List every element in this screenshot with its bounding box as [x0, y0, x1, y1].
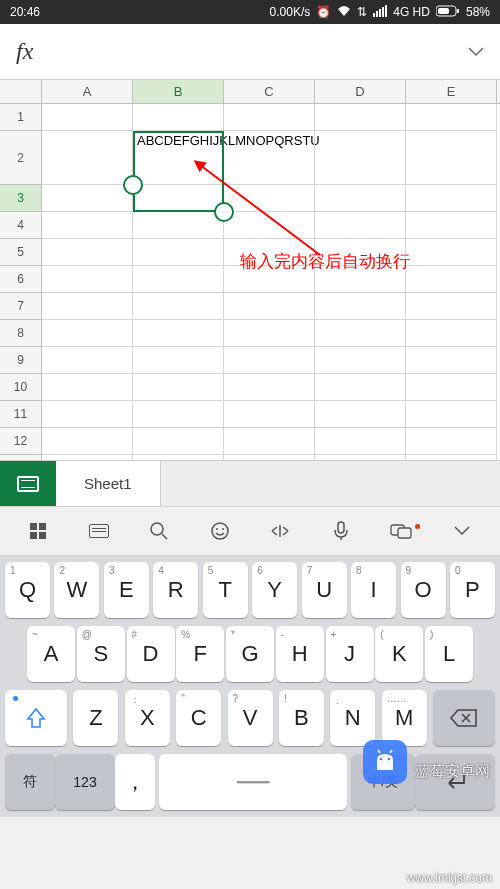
cell-B7[interactable]: [133, 293, 224, 320]
col-header-A[interactable]: A: [42, 80, 133, 103]
key-K[interactable]: (K: [375, 626, 423, 682]
cell-E3[interactable]: [406, 185, 497, 212]
key-C[interactable]: "C: [176, 690, 221, 746]
cell-C12[interactable]: [224, 428, 315, 455]
cell-B2[interactable]: ABCDEFGHIJKLMNOPQRSTU: [133, 131, 224, 185]
key-P[interactable]: 0P: [450, 562, 495, 618]
cell-E12[interactable]: [406, 428, 497, 455]
cell-A10[interactable]: [42, 374, 133, 401]
row-header-6[interactable]: 6: [0, 266, 42, 293]
row-header-12[interactable]: 12: [0, 428, 42, 455]
col-header-B[interactable]: B: [133, 80, 224, 103]
cell-B13[interactable]: [133, 455, 224, 460]
cell-A6[interactable]: [42, 266, 133, 293]
row-header-10[interactable]: 10: [0, 374, 42, 401]
cell-C13[interactable]: [224, 455, 315, 460]
cell-C3[interactable]: [224, 185, 315, 212]
cell-E5[interactable]: [406, 239, 497, 266]
cell-C7[interactable]: [224, 293, 315, 320]
cell-D11[interactable]: [315, 401, 406, 428]
cell-D13[interactable]: [315, 455, 406, 460]
row-header-3[interactable]: 3: [0, 185, 42, 212]
cell-C2[interactable]: [224, 131, 315, 185]
key-D[interactable]: #D: [127, 626, 175, 682]
cell-D3[interactable]: [315, 185, 406, 212]
key-X[interactable]: ：X: [125, 690, 170, 746]
spreadsheet-grid[interactable]: A B C D E 1 2 3 4 5 6 7 8 9 10 11 12 13 …: [0, 80, 500, 460]
cell-D1[interactable]: [315, 104, 406, 131]
key-S[interactable]: @S: [77, 626, 125, 682]
cell-D8[interactable]: [315, 320, 406, 347]
cell-E13[interactable]: [406, 455, 497, 460]
selection-handle-top-left[interactable]: [123, 175, 143, 195]
cell-E2[interactable]: [406, 131, 497, 185]
key-Q[interactable]: 1Q: [5, 562, 50, 618]
key-J[interactable]: +J: [326, 626, 374, 682]
key-Z[interactable]: Z: [73, 690, 118, 746]
col-header-C[interactable]: C: [224, 80, 315, 103]
key-space[interactable]: ━━━━: [159, 754, 347, 810]
key-T[interactable]: 5T: [203, 562, 248, 618]
search-icon[interactable]: [142, 521, 176, 541]
key-shift[interactable]: [5, 690, 67, 746]
cell-D10[interactable]: [315, 374, 406, 401]
row-header-13[interactable]: 13: [0, 455, 42, 460]
col-header-D[interactable]: D: [315, 80, 406, 103]
key-V[interactable]: ?V: [228, 690, 273, 746]
key-comma[interactable]: ，: [115, 754, 155, 810]
selection-handle-bottom-right[interactable]: [214, 202, 234, 222]
select-all-corner[interactable]: [0, 80, 42, 103]
row-header-5[interactable]: 5: [0, 239, 42, 266]
sheet-tab-1[interactable]: Sheet1: [56, 461, 161, 506]
key-E[interactable]: 3E: [104, 562, 149, 618]
row-header-2[interactable]: 2: [0, 131, 42, 185]
cell-D4[interactable]: [315, 212, 406, 239]
cursor-icon[interactable]: [263, 521, 297, 541]
row-header-7[interactable]: 7: [0, 293, 42, 320]
cell-E10[interactable]: [406, 374, 497, 401]
formula-bar[interactable]: fx: [0, 24, 500, 80]
cell-A13[interactable]: [42, 455, 133, 460]
expand-formula-icon[interactable]: [468, 43, 484, 61]
translate-icon[interactable]: [384, 522, 418, 540]
cell-A5[interactable]: [42, 239, 133, 266]
cell-E11[interactable]: [406, 401, 497, 428]
cell-B3[interactable]: [133, 185, 224, 212]
cell-C4[interactable]: [224, 212, 315, 239]
key-H[interactable]: -H: [276, 626, 324, 682]
cell-A11[interactable]: [42, 401, 133, 428]
row-header-11[interactable]: 11: [0, 401, 42, 428]
key-B[interactable]: !B: [279, 690, 324, 746]
cell-C5[interactable]: [224, 239, 315, 266]
cell-A3[interactable]: [42, 185, 133, 212]
cell-D12[interactable]: [315, 428, 406, 455]
key-O[interactable]: 9O: [401, 562, 446, 618]
cell-A2[interactable]: [42, 131, 133, 185]
cell-D6[interactable]: [315, 266, 406, 293]
cell-B6[interactable]: [133, 266, 224, 293]
row-header-9[interactable]: 9: [0, 347, 42, 374]
cell-B4[interactable]: [133, 212, 224, 239]
keyboard-toggle-button[interactable]: [0, 461, 56, 506]
key-Y[interactable]: 6Y: [252, 562, 297, 618]
cell-C9[interactable]: [224, 347, 315, 374]
cell-B1[interactable]: [133, 104, 224, 131]
cells-area[interactable]: ABCDEFGHIJKLMNOPQRSTU: [42, 104, 497, 460]
emoji-icon[interactable]: [203, 521, 237, 541]
cell-A8[interactable]: [42, 320, 133, 347]
cell-B8[interactable]: [133, 320, 224, 347]
key-F[interactable]: %F: [176, 626, 224, 682]
key-numbers[interactable]: 123: [55, 754, 115, 810]
cell-B5[interactable]: [133, 239, 224, 266]
key-symbols[interactable]: 符: [5, 754, 55, 810]
key-A[interactable]: ~A: [27, 626, 75, 682]
key-N[interactable]: 、N: [330, 690, 375, 746]
key-M[interactable]: ……M: [382, 690, 427, 746]
cell-A1[interactable]: [42, 104, 133, 131]
keyboard-layout-icon[interactable]: [82, 524, 116, 538]
cell-C11[interactable]: [224, 401, 315, 428]
row-header-4[interactable]: 4: [0, 212, 42, 239]
key-G[interactable]: *G: [226, 626, 274, 682]
grid-icon[interactable]: [21, 523, 55, 539]
cell-C8[interactable]: [224, 320, 315, 347]
